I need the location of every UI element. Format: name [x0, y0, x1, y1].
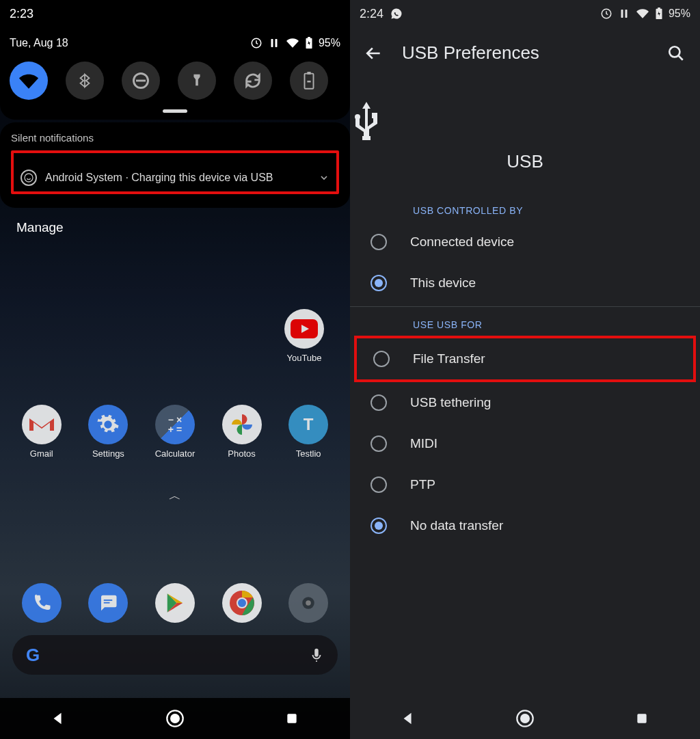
- android-system-icon: [21, 170, 37, 186]
- google-search-bar[interactable]: G: [12, 635, 338, 675]
- qs-bluetooth-tile[interactable]: [66, 62, 104, 100]
- app-bar: USB Preferences: [350, 27, 700, 75]
- nav-recent-icon[interactable]: [282, 709, 301, 728]
- section-use-usb-for: USE USB FOR: [350, 307, 700, 336]
- svg-point-16: [238, 599, 246, 607]
- svg-rect-8: [307, 72, 310, 75]
- shade-status-icons: 95%: [250, 37, 340, 49]
- photos-icon: [222, 405, 262, 444]
- svg-point-20: [171, 714, 179, 723]
- shade-drag-handle[interactable]: [163, 109, 187, 113]
- highlight-box-notification: Android System · Charging this device vi…: [11, 150, 339, 194]
- silent-notifications-card: Silent notifications Android System · Ch…: [0, 122, 350, 208]
- svg-rect-21: [287, 714, 296, 723]
- nav-recent-icon[interactable]: [632, 709, 651, 728]
- status-bar: 2:24 95%: [350, 0, 700, 27]
- svg-point-28: [355, 114, 360, 120]
- app-settings[interactable]: Settings: [81, 405, 135, 459]
- gmail-icon: [22, 405, 62, 444]
- option-no-data-transfer[interactable]: No data transfer: [350, 505, 700, 546]
- usb-notification[interactable]: Android System · Charging this device vi…: [21, 170, 329, 186]
- nav-back-icon[interactable]: [399, 709, 418, 728]
- quick-settings-row: [10, 62, 340, 100]
- radio-selected-icon: [371, 518, 387, 534]
- svg-rect-26: [658, 8, 660, 10]
- option-usb-tethering[interactable]: USB tethering: [350, 382, 700, 423]
- battery-percent: 95%: [319, 37, 340, 49]
- gear-icon: [88, 405, 128, 444]
- usb-trident-icon: [350, 102, 700, 143]
- play-store-icon: [155, 583, 195, 623]
- messages-icon: [88, 583, 128, 623]
- mic-icon[interactable]: [309, 646, 324, 664]
- app-calculator[interactable]: − ×+ = Calculator: [148, 405, 202, 459]
- manage-button[interactable]: Manage: [0, 208, 350, 247]
- dock-camera[interactable]: [282, 583, 335, 623]
- option-this-device[interactable]: This device: [350, 263, 700, 304]
- app-testlio[interactable]: T Testlio: [282, 405, 335, 459]
- nav-back-icon[interactable]: [49, 709, 68, 728]
- page-title: USB Preferences: [402, 42, 648, 64]
- svg-rect-23: [621, 10, 623, 18]
- app-youtube[interactable]: YouTube: [278, 309, 331, 363]
- option-connected-device[interactable]: Connected device: [350, 221, 700, 263]
- app-photos[interactable]: Photos: [215, 405, 269, 459]
- svg-rect-2: [275, 39, 277, 47]
- back-arrow-icon[interactable]: [365, 44, 383, 62]
- qs-dnd-tile[interactable]: [122, 62, 160, 100]
- option-midi[interactable]: MIDI: [350, 423, 700, 464]
- calculator-icon: − ×+ =: [155, 405, 195, 444]
- silent-notifications-title: Silent notifications: [11, 132, 339, 144]
- whatsapp-status-icon: [390, 8, 403, 20]
- testlio-icon: T: [288, 405, 328, 444]
- notification-shade[interactable]: Tue, Aug 18 95%: [0, 27, 350, 120]
- google-logo-icon: G: [26, 645, 40, 666]
- svg-point-9: [25, 174, 33, 182]
- nav-home-icon[interactable]: [515, 709, 535, 728]
- nav-home-icon[interactable]: [165, 709, 185, 728]
- qs-flashlight-tile[interactable]: [178, 62, 216, 100]
- svg-rect-4: [308, 37, 310, 39]
- phone-icon: [22, 583, 62, 623]
- qs-battery-saver-tile[interactable]: [290, 62, 328, 100]
- dock-messages[interactable]: [81, 583, 135, 623]
- chrome-icon: [222, 583, 262, 623]
- status-icons-right: 95%: [600, 8, 690, 20]
- option-file-transfer[interactable]: File Transfer: [357, 338, 693, 379]
- section-controlled-by: USB CONTROLLED BY: [350, 193, 700, 221]
- status-bar: 2:23: [0, 0, 350, 27]
- svg-rect-1: [271, 39, 273, 47]
- highlight-box-file-transfer: File Transfer: [354, 336, 696, 382]
- svg-rect-24: [625, 10, 627, 18]
- youtube-icon: [284, 309, 324, 349]
- app-gmail[interactable]: Gmail: [15, 405, 68, 459]
- navigation-bar: [0, 698, 350, 739]
- app-drawer-caret-icon[interactable]: ︿: [0, 487, 350, 504]
- qs-wifi-tile[interactable]: [10, 62, 48, 100]
- camera-icon: [288, 583, 328, 623]
- svg-rect-32: [637, 714, 646, 723]
- status-time: 2:24: [360, 7, 383, 21]
- radio-selected-icon: [371, 275, 387, 291]
- radio-icon: [371, 234, 387, 250]
- battery-percent: 95%: [669, 8, 690, 20]
- usb-hero: USB: [350, 75, 700, 193]
- radio-icon: [371, 394, 387, 411]
- chevron-down-icon[interactable]: [319, 172, 329, 183]
- status-time: 2:23: [10, 7, 33, 21]
- notification-text: Android System · Charging this device vi…: [45, 172, 273, 184]
- radio-icon: [373, 351, 390, 367]
- radio-icon: [371, 476, 387, 493]
- svg-rect-13: [104, 602, 110, 604]
- option-ptp[interactable]: PTP: [350, 464, 700, 505]
- usb-hero-label: USB: [350, 151, 700, 172]
- dock-chrome[interactable]: [215, 583, 269, 623]
- dock-phone[interactable]: [15, 583, 68, 623]
- svg-rect-12: [104, 600, 113, 601]
- search-icon[interactable]: [667, 44, 685, 62]
- radio-icon: [371, 435, 387, 452]
- svg-point-31: [521, 714, 529, 723]
- dock-play-store[interactable]: [148, 583, 202, 623]
- navigation-bar: [350, 698, 700, 739]
- qs-rotation-tile[interactable]: [234, 62, 272, 100]
